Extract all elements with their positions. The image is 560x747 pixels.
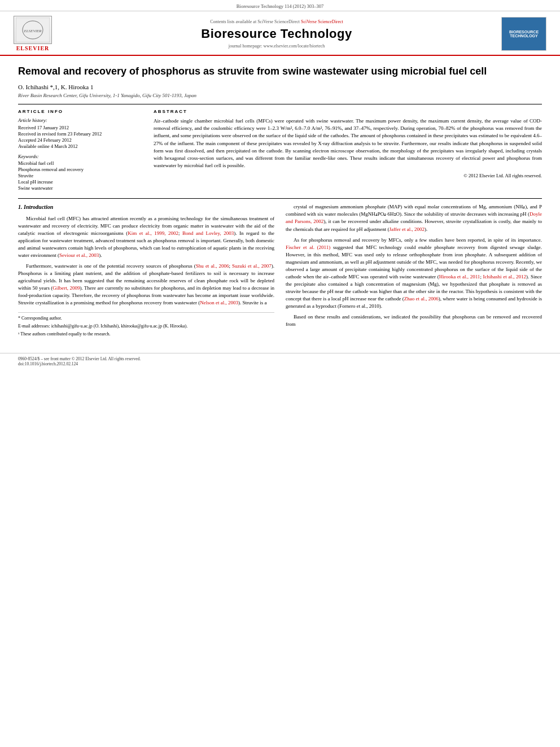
keyword-1: Microbial fuel cell xyxy=(18,160,142,166)
footnote-contributed: ¹ These authors contributed equally to t… xyxy=(18,331,274,338)
journal-homepage: journal homepage: www.elsevier.com/locat… xyxy=(52,43,501,49)
ref-seviour[interactable]: Seviour et al., 2003 xyxy=(59,252,99,258)
main-content: Removal and recovery of phosphorus as st… xyxy=(0,56,560,347)
divider-1 xyxy=(18,104,542,104)
ref-kim[interactable]: Kim et al., 1999, 2002 xyxy=(128,230,178,236)
bottom-bar: 0960-8524/$ – see front matter © 2012 El… xyxy=(0,353,560,369)
ref-ichihashi[interactable]: Ichihashi et al., 2012 xyxy=(483,274,527,279)
section1-heading: 1. Introduction xyxy=(18,203,274,212)
ref-zhao[interactable]: Zhao et al., 2006 xyxy=(404,296,439,302)
body-col-right: crystal of magnesium ammonium phosphate … xyxy=(286,203,542,338)
author-list: O. Ichihashi *,1, K. Hirooka 1 xyxy=(18,84,94,90)
ref-shu[interactable]: Shu et al., 2006 xyxy=(196,263,229,269)
abstract-label: ABSTRACT xyxy=(154,109,542,114)
ref-jaffer[interactable]: Jaffer et al., 2002 xyxy=(389,226,425,232)
footnote-email: E-mail addresses: ichihashi@gifu-u.ac.jp… xyxy=(18,323,274,330)
elsevier-logo: ELSEVIER ELSEVIER xyxy=(14,16,52,51)
received-date: Received 17 January 2012 xyxy=(18,125,142,130)
article-title: Removal and recovery of phosphorus as st… xyxy=(18,65,542,78)
journal-title: Bioresource Technology xyxy=(52,27,501,41)
ref-suzuki[interactable]: Suzuki et al., 2007 xyxy=(232,263,272,269)
intro-para-1: Microbial fuel cell (MFC) has attracted … xyxy=(18,215,274,259)
ref-doyle[interactable]: Doyle and Parsons, 2002 xyxy=(286,211,542,224)
intro-para-4: As for phosphorus removal and recovery b… xyxy=(286,237,542,310)
keyword-3: Struvite xyxy=(18,173,142,178)
available-date: Available online 4 March 2012 xyxy=(18,143,142,149)
footnote-area: * Corresponding author. E-mail addresses… xyxy=(18,312,274,337)
article-info-label: ARTICLE INFO xyxy=(18,109,142,114)
journal-citation: Bioresource Technology 114 (2012) 303–30… xyxy=(0,0,560,11)
intro-para-5: Based on these results and consideration… xyxy=(286,313,542,328)
elsevier-label: ELSEVIER xyxy=(16,45,50,51)
body-col-left: 1. Introduction Microbial fuel cell (MFC… xyxy=(18,203,274,338)
intro-para-3: crystal of magnesium ammonium phosphate … xyxy=(286,203,542,233)
svg-text:ELSEVIER: ELSEVIER xyxy=(23,29,42,33)
received-revised-date: Received in revised form 23 February 201… xyxy=(18,131,142,137)
footnote-corresponding: * Corresponding author. xyxy=(18,315,274,322)
accepted-date: Accepted 24 February 2012 xyxy=(18,137,142,143)
article-info-abstract-section: ARTICLE INFO Article history: Received 1… xyxy=(18,109,542,191)
ref-nelson[interactable]: Nelson et al., 2003 xyxy=(200,300,238,305)
divider-2 xyxy=(18,198,542,199)
abstract-column: ABSTRACT Air–cathode single chamber micr… xyxy=(154,109,542,191)
keyword-4: Local pH increase xyxy=(18,179,142,185)
journal-citation-text: Bioresource Technology 114 (2012) 303–30… xyxy=(237,3,323,9)
bottom-doi: doi:10.1016/j.biortech.2012.02.124 xyxy=(18,361,78,366)
bioresource-logo: BIORESOURCE TECHNOLOGY xyxy=(501,17,546,51)
ref-bond[interactable]: Bond and Lovley, 2003 xyxy=(182,230,234,236)
keywords-label: Keywords: xyxy=(18,154,142,159)
keyword-2: Phosphorus removal and recovery xyxy=(18,167,142,172)
copyright: © 2012 Elsevier Ltd. All rights reserved… xyxy=(154,173,542,178)
sciverse-line: Contents lists available at SciVerse Sci… xyxy=(52,19,501,24)
elsevier-emblem: ELSEVIER xyxy=(14,16,52,44)
ref-hirooka[interactable]: Hirooka et al., 2011 xyxy=(439,274,480,279)
authors: O. Ichihashi *,1, K. Hirooka 1 xyxy=(18,84,542,90)
journal-header: ELSEVIER ELSEVIER Contents lists availab… xyxy=(0,11,560,56)
journal-header-center: Contents lists available at SciVerse Sci… xyxy=(52,19,501,49)
body-section: 1. Introduction Microbial fuel cell (MFC… xyxy=(18,203,542,338)
ref-fischer[interactable]: Fischer et al. (2011) xyxy=(286,244,330,250)
keyword-5: Swine wastewater xyxy=(18,185,142,191)
affiliation: River Basin Research Center, Gifu Univer… xyxy=(18,93,542,98)
article-info-column: ARTICLE INFO Article history: Received 1… xyxy=(18,109,142,191)
abstract-text: Air–cathode single chamber microbial fue… xyxy=(154,117,542,169)
bottom-issn: 0960-8524/$ – see front matter © 2012 El… xyxy=(18,356,141,361)
intro-para-2: Furthermore, wastewater is one of the po… xyxy=(18,263,274,307)
history-label: Article history: xyxy=(18,117,142,123)
ref-gilbert[interactable]: Gilbert, 2009 xyxy=(53,285,80,291)
